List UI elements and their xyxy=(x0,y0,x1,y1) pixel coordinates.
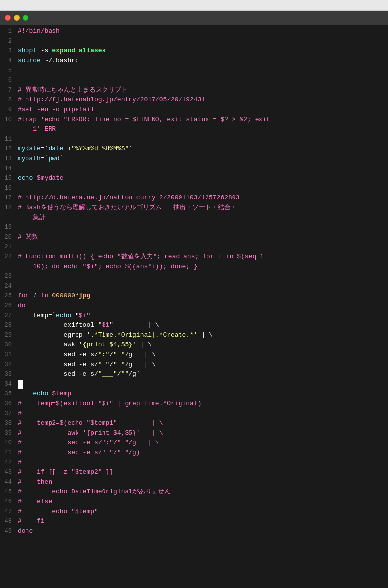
line-47: 47 # echo "$temp" xyxy=(0,507,388,516)
line-2: 2 xyxy=(0,36,388,46)
line-29: 29 egrep '.*Time.*Original|.*Create.*' |… xyxy=(0,330,388,340)
line-15: 15 echo $mydate xyxy=(0,173,388,183)
line-8: 8 # http://fj.hatenablog.jp/entry/2017/0… xyxy=(0,95,388,105)
menubar xyxy=(0,0,388,11)
line-18-cont: 18 集計 xyxy=(0,213,388,222)
line-10-cont: 10 1' ERR xyxy=(0,124,388,134)
line-16: 16 xyxy=(0,183,388,193)
line-26: 26 do xyxy=(0,301,388,311)
titlebar xyxy=(0,11,388,24)
line-44: 44 # then xyxy=(0,477,388,487)
line-41: 41 # sed -e s/" "/"_"/g) xyxy=(0,448,388,458)
line-38: 38 # temp2=$(echo "$temp1" | \ xyxy=(0,418,388,428)
line-35: 35 echo $temp xyxy=(0,389,388,399)
line-19: 19 xyxy=(0,222,388,232)
line-34: 34 xyxy=(0,379,388,389)
line-20: 20 # 関数 xyxy=(0,232,388,242)
line-48: 48 # fi xyxy=(0,516,388,526)
line-14: 14 xyxy=(0,164,388,173)
line-49: 49 done xyxy=(0,526,388,536)
line-28: 28 exiftool "$i" | \ xyxy=(0,320,388,330)
line-32: 32 sed -e s/" "/"_"/g | \ xyxy=(0,360,388,369)
line-30: 30 awk '{print $4,$5}' | \ xyxy=(0,340,388,350)
line-36: 36 # temp=$(exiftool "$i" | grep Time.*O… xyxy=(0,399,388,409)
line-1: 1 #!/bin/bash xyxy=(0,26,388,36)
editor[interactable]: 1 #!/bin/bash 2 3 shopt -s expand_aliase… xyxy=(0,24,388,538)
line-39: 39 # awk '{print $4,$5}' | \ xyxy=(0,428,388,438)
maximize-button[interactable] xyxy=(23,15,28,21)
line-33: 33 sed -e s/"___"/""/g` xyxy=(0,369,388,379)
line-22: 22 # function multi() { echo "数値を入力"; re… xyxy=(0,252,388,262)
line-21: 21 xyxy=(0,242,388,252)
line-27: 27 temp=`echo "$i" xyxy=(0,311,388,320)
line-43: 43 # if [[ -z "$temp2" ]] xyxy=(0,467,388,477)
traffic-lights xyxy=(5,15,28,21)
line-17: 17 # http://d.hatena.ne.jp/nattou_curry_… xyxy=(0,193,388,203)
line-22-cont: 22 10); do echo "$i"; echo $((ans*i)); d… xyxy=(0,262,388,271)
line-6: 6 xyxy=(0,75,388,85)
line-12: 12 mydate=`date +"%Y%m%d_%H%M%S"` xyxy=(0,144,388,154)
line-42: 42 # xyxy=(0,458,388,467)
line-9: 9 #set -eu -o pipefail xyxy=(0,105,388,115)
line-46: 46 # else xyxy=(0,497,388,507)
line-11: 11 xyxy=(0,134,388,144)
line-7: 7 # 異常時にちゃんと止まるスクリプト xyxy=(0,85,388,95)
line-37: 37 # xyxy=(0,409,388,418)
line-5: 5 xyxy=(0,66,388,75)
line-3: 3 shopt -s expand_aliases xyxy=(0,46,388,56)
line-4: 4 source ~/.bashrc xyxy=(0,56,388,66)
line-45: 45 # echo DateTimeOriginalがありません xyxy=(0,487,388,497)
line-40: 40 # sed -e s/":"/"_"/g | \ xyxy=(0,438,388,448)
line-18: 18 # Bashを使うなら理解しておきたいアルゴリズム − 抽出・ソート・結合… xyxy=(0,203,388,213)
line-31: 31 sed -e s/":"/"_"/g | \ xyxy=(0,350,388,360)
line-23: 23 xyxy=(0,271,388,281)
cursor xyxy=(18,380,23,389)
line-24: 24 xyxy=(0,281,388,291)
line-25: 25 for i in 000000*jpg xyxy=(0,291,388,301)
line-10: 10 #trap 'echo "ERROR: line no = $LINENO… xyxy=(0,115,388,124)
close-button[interactable] xyxy=(5,15,11,21)
line-13: 13 mypath=`pwd` xyxy=(0,154,388,164)
minimize-button[interactable] xyxy=(14,15,20,21)
